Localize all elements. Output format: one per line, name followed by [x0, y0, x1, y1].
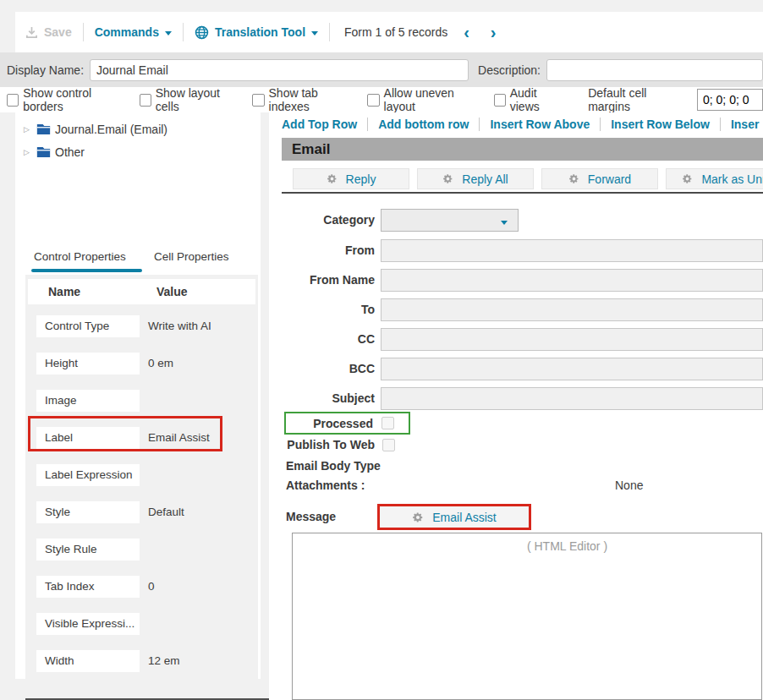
property-name[interactable]: Width — [36, 650, 140, 672]
to-input[interactable] — [381, 298, 763, 321]
insert-link-truncated[interactable]: Inser — [731, 118, 759, 131]
property-row-image: Image — [25, 383, 258, 420]
show-tab-indexes-label: Show tab indexes — [269, 86, 357, 113]
reply-all-button[interactable]: Reply All — [417, 168, 534, 189]
property-name[interactable]: Visible Expressi... — [36, 613, 140, 635]
subject-input[interactable] — [381, 387, 763, 410]
property-row-style: Style Default — [25, 495, 258, 532]
default-cell-margins-label: Default cell margins — [588, 86, 686, 113]
insert-row-below-link[interactable]: Insert Row Below — [611, 118, 710, 131]
email-section-header: Email — [282, 138, 763, 161]
display-name-input[interactable] — [90, 59, 469, 81]
field-tree: ▷ Journal.Email (Email) ▷ Other — [15, 112, 261, 163]
email-action-buttons: Reply Reply All Forward Mark as Unr — [293, 168, 763, 189]
tab-cell-properties[interactable]: Cell Properties — [154, 250, 229, 263]
reply-label: Reply — [346, 172, 376, 186]
bcc-input[interactable] — [381, 358, 763, 380]
property-value[interactable]: 12 em — [148, 650, 180, 672]
row-actions-toolbar: Add Top Row Add bottom row Insert Row Ab… — [282, 115, 759, 134]
property-row-tab-index: Tab Index 0 — [25, 569, 258, 606]
translation-tool-button[interactable]: Translation Tool — [195, 25, 318, 40]
toolbar-divider — [183, 23, 184, 41]
attachments-value: None — [615, 479, 643, 492]
property-value[interactable]: Default — [148, 501, 184, 523]
publish-to-web-label: Publish To Web — [269, 438, 375, 451]
commands-label: Commands — [95, 25, 159, 39]
gear-icon — [568, 173, 579, 184]
top-toolbar: Save Commands Translation Tool Form 1 of… — [15, 12, 763, 52]
publish-to-web-checkbox[interactable] — [382, 439, 395, 451]
folder-icon — [36, 146, 51, 158]
expand-arrow-icon[interactable]: ▷ — [24, 148, 32, 156]
record-counter: Form 1 of 5 records — [344, 25, 447, 39]
save-label: Save — [44, 25, 72, 39]
next-record-icon[interactable]: › — [486, 24, 502, 41]
form-designer-panel: Add Top Row Add bottom row Insert Row Ab… — [269, 112, 763, 700]
display-name-row: Display Name: Description: — [0, 52, 763, 87]
tree-item-other[interactable]: ▷ Other — [15, 140, 261, 163]
properties-tabs: Control Properties Cell Properties — [15, 246, 261, 275]
email-assist-button[interactable]: Email Assist — [380, 506, 529, 528]
tree-item-journal-email[interactable]: ▷ Journal.Email (Email) — [15, 118, 261, 140]
chevron-down-icon — [501, 221, 508, 225]
reply-button[interactable]: Reply — [293, 168, 409, 189]
property-name[interactable]: Style Rule — [36, 539, 140, 561]
tab-control-properties[interactable]: Control Properties — [34, 250, 126, 263]
property-name[interactable]: Height — [36, 353, 140, 375]
show-control-borders-checkbox[interactable] — [7, 94, 19, 107]
name-column-header: Name — [48, 285, 156, 298]
add-top-row-link[interactable]: Add Top Row — [282, 118, 357, 131]
insert-row-above-link[interactable]: Insert Row Above — [490, 118, 590, 131]
property-value[interactable]: 0 — [148, 576, 155, 598]
tree-item-label: Other — [55, 145, 85, 159]
control-properties-panel: Name Value Control Type Write with AI He… — [25, 275, 258, 679]
active-tab-indicator — [31, 269, 142, 272]
property-row-width: Width 12 em — [25, 643, 258, 681]
email-assist-label: Email Assist — [432, 511, 496, 524]
description-input[interactable] — [546, 59, 763, 81]
category-dropdown[interactable] — [381, 209, 519, 232]
display-name-label: Display Name: — [7, 63, 84, 77]
forward-button[interactable]: Forward — [541, 168, 658, 189]
divider — [720, 118, 721, 131]
add-bottom-row-link[interactable]: Add bottom row — [378, 118, 469, 131]
toolbar-divider — [83, 23, 84, 41]
cc-label: CC — [269, 328, 375, 351]
from-input[interactable] — [381, 239, 763, 262]
processed-checkbox[interactable] — [382, 417, 394, 429]
bcc-label: BCC — [269, 358, 375, 380]
divider — [367, 118, 368, 131]
show-layout-cells-checkbox[interactable] — [140, 94, 151, 107]
tree-item-label: Journal.Email (Email) — [55, 123, 167, 136]
from-name-input[interactable] — [381, 269, 763, 292]
commands-menu-button[interactable]: Commands — [95, 25, 172, 39]
property-name[interactable]: Image — [36, 390, 140, 412]
description-label: Description: — [478, 63, 541, 77]
audit-views-checkbox[interactable] — [494, 94, 506, 107]
property-value[interactable]: 0 em — [148, 353, 173, 375]
section-divider — [282, 192, 763, 194]
property-name[interactable]: Style — [36, 501, 140, 523]
save-button[interactable]: Save — [25, 25, 72, 39]
property-name[interactable]: Tab Index — [36, 576, 140, 598]
property-value[interactable]: Write with AI — [148, 315, 211, 337]
message-label: Message — [286, 510, 336, 523]
property-name[interactable]: Control Type — [36, 315, 140, 337]
translation-tool-label: Translation Tool — [215, 25, 305, 39]
mark-as-unread-button[interactable]: Mark as Unr — [666, 168, 763, 189]
message-html-editor[interactable]: ( HTML Editor ) — [292, 533, 762, 700]
properties-table-header: Name Value — [28, 279, 255, 304]
previous-record-icon[interactable]: ‹ — [458, 24, 475, 41]
expand-arrow-icon[interactable]: ▷ — [24, 125, 32, 134]
show-tab-indexes-checkbox[interactable] — [252, 94, 264, 107]
show-control-borders-label: Show control borders — [23, 86, 128, 113]
property-name[interactable]: Label Expression — [36, 464, 140, 486]
property-row-height: Height 0 em — [25, 346, 258, 383]
allow-uneven-layout-checkbox[interactable] — [367, 94, 379, 107]
forward-label: Forward — [588, 172, 631, 186]
gear-icon — [412, 511, 424, 523]
reply-all-label: Reply All — [462, 172, 508, 186]
cc-input[interactable] — [381, 328, 763, 351]
default-cell-margins-input[interactable] — [697, 89, 763, 111]
layout-options-row: Show control borders Show layout cells S… — [0, 87, 763, 112]
